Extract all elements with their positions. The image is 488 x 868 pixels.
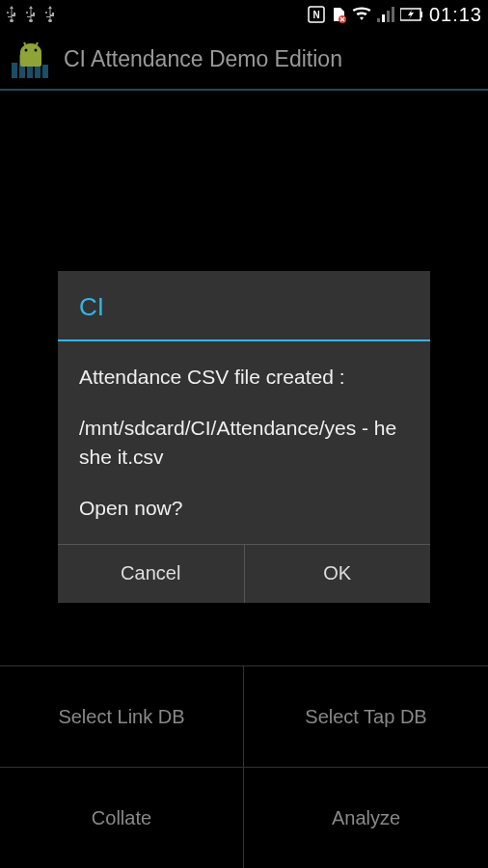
app-title: CI Attendance Demo Edition bbox=[64, 46, 342, 72]
status-left bbox=[6, 6, 56, 23]
svg-rect-9 bbox=[12, 63, 17, 78]
svg-rect-11 bbox=[27, 67, 33, 78]
status-bar: N 01:13 bbox=[0, 0, 488, 29]
svg-rect-4 bbox=[382, 14, 385, 22]
svg-rect-16 bbox=[20, 53, 41, 67]
dialog-title: CI bbox=[58, 271, 430, 341]
svg-rect-6 bbox=[392, 7, 394, 22]
svg-point-17 bbox=[25, 49, 28, 52]
cancel-button[interactable]: Cancel bbox=[58, 545, 245, 603]
svg-rect-8 bbox=[420, 12, 422, 17]
wifi-icon bbox=[352, 7, 371, 22]
ok-button[interactable]: OK bbox=[245, 545, 431, 603]
collate-button[interactable]: Collate bbox=[0, 767, 244, 868]
signal-icon bbox=[377, 7, 394, 22]
dialog-message-3: Open now? bbox=[79, 494, 409, 522]
dialog-actions: Cancel OK bbox=[58, 544, 430, 603]
sim-error-icon bbox=[331, 6, 346, 23]
usb-icon bbox=[25, 6, 37, 23]
app-icon bbox=[8, 36, 54, 82]
svg-text:N: N bbox=[312, 10, 319, 20]
button-grid: Select Link DB Select Tap DB Collate Ana… bbox=[0, 665, 488, 868]
svg-rect-13 bbox=[42, 65, 48, 78]
svg-rect-3 bbox=[377, 18, 380, 22]
clock: 01:13 bbox=[429, 4, 482, 26]
analyze-button[interactable]: Analyze bbox=[244, 767, 488, 868]
select-tap-db-button[interactable]: Select Tap DB bbox=[244, 665, 488, 767]
dialog-message-1: Attendance CSV file created : bbox=[79, 363, 409, 391]
svg-rect-5 bbox=[387, 11, 390, 22]
dialog-body: Attendance CSV file created : /mnt/sdcar… bbox=[58, 341, 430, 544]
status-right: N 01:13 bbox=[308, 4, 482, 26]
select-link-db-button[interactable]: Select Link DB bbox=[0, 665, 244, 767]
battery-icon bbox=[400, 8, 423, 21]
dialog: CI Attendance CSV file created : /mnt/sd… bbox=[58, 271, 430, 603]
nfc-icon: N bbox=[308, 6, 325, 23]
usb-icon bbox=[6, 6, 17, 23]
dialog-message-2: /mnt/sdcard/CI/Attendance/yes - he she i… bbox=[79, 414, 409, 471]
action-bar: CI Attendance Demo Edition bbox=[0, 29, 488, 91]
svg-point-18 bbox=[35, 49, 38, 52]
usb-icon bbox=[44, 6, 56, 23]
